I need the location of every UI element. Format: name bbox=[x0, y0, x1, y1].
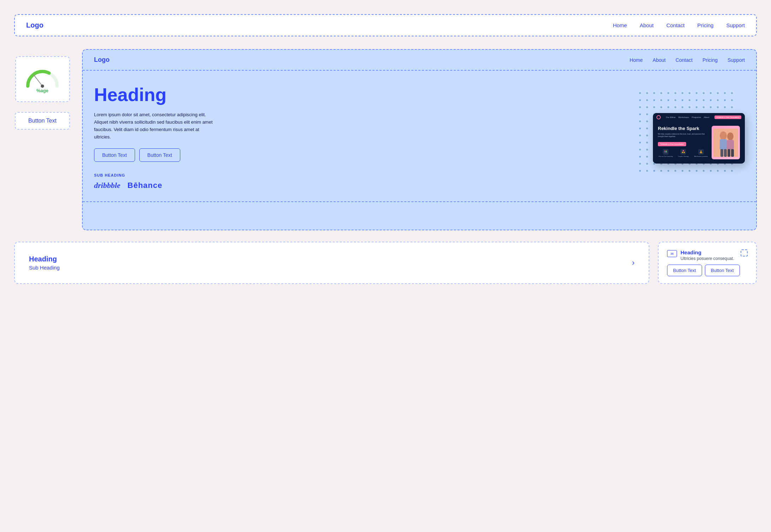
mockup-card-nav: Our Ethos Workshops Programs About Sched… bbox=[653, 113, 745, 122]
dot bbox=[660, 92, 662, 94]
gauge-container: %age bbox=[23, 65, 62, 93]
bottom-left-heading: Heading bbox=[29, 255, 60, 263]
feature-label-2: Couples Therapy bbox=[676, 155, 691, 158]
gauge-widget: %age bbox=[15, 56, 70, 102]
dot bbox=[639, 156, 641, 158]
standalone-button[interactable]: Button Text bbox=[15, 112, 70, 130]
dot bbox=[646, 142, 648, 143]
svg-point-5 bbox=[727, 132, 734, 140]
dot bbox=[731, 106, 733, 108]
dot bbox=[717, 106, 719, 108]
svg-point-1 bbox=[41, 84, 44, 88]
panel-nav-contact[interactable]: Contact bbox=[676, 57, 693, 63]
dot bbox=[653, 99, 655, 101]
main-content: %age Button Text Logo Home About Contact… bbox=[14, 49, 757, 230]
dot bbox=[639, 113, 641, 115]
gauge-svg bbox=[23, 65, 62, 89]
nav-support[interactable]: Support bbox=[726, 22, 745, 28]
dot bbox=[710, 92, 712, 94]
dot bbox=[703, 99, 705, 101]
dot bbox=[696, 99, 697, 101]
hero-logos: dribbble Bēhance bbox=[94, 181, 625, 190]
feature-label-3: Mindfulness practices bbox=[693, 155, 709, 158]
hero-heading: Heading bbox=[94, 85, 625, 105]
mockup-nav-item: About bbox=[704, 116, 709, 118]
panel-nav-pricing[interactable]: Pricing bbox=[702, 57, 718, 63]
dot bbox=[703, 170, 705, 172]
bottom-right-button-2[interactable]: Button Text bbox=[705, 265, 740, 276]
bottom-card-left: Heading Sub Heading › bbox=[14, 242, 649, 284]
dot bbox=[717, 170, 719, 172]
dot bbox=[717, 92, 719, 94]
hero-body: Lorem ipsum dolor sit amet, consectetur … bbox=[94, 111, 214, 141]
dot bbox=[689, 106, 690, 108]
hero-button-2[interactable]: Button Text bbox=[139, 148, 180, 162]
panel-navbar: Logo Home About Contact Pricing Support bbox=[83, 50, 756, 71]
dot bbox=[639, 163, 641, 165]
dot bbox=[653, 170, 655, 172]
top-nav: Home About Contact Pricing Support bbox=[613, 22, 745, 28]
couple-svg bbox=[713, 129, 738, 157]
feature-icon-1: 👫 bbox=[663, 149, 668, 155]
mockup-nav-links: Our Ethos Workshops Programs About bbox=[666, 116, 709, 118]
dot bbox=[682, 92, 683, 94]
mockup-hero-text: Rekindle the Spark We help couples redis… bbox=[658, 126, 709, 159]
bottom-right-button-1[interactable]: Button Text bbox=[667, 265, 702, 276]
dot bbox=[667, 170, 669, 172]
bottom-card-right: ✉ Heading Ultricies posuere consequat. B… bbox=[658, 242, 757, 284]
mockup-hero-image bbox=[712, 126, 740, 159]
left-column: %age Button Text bbox=[14, 49, 71, 130]
mockup-nav-item: Workshops bbox=[678, 116, 689, 118]
dot bbox=[667, 92, 669, 94]
svg-rect-8 bbox=[724, 149, 727, 157]
svg-rect-6 bbox=[727, 140, 734, 150]
feature-icon-2: 💑 bbox=[681, 149, 686, 155]
dot bbox=[710, 106, 712, 108]
hero-text: Heading Lorem ipsum dolor sit amet, cons… bbox=[94, 85, 625, 190]
mockup-hero-area: Rekindle the Spark We help couples redis… bbox=[653, 122, 745, 164]
dot bbox=[646, 163, 648, 165]
dot bbox=[646, 170, 648, 172]
dot bbox=[660, 106, 662, 108]
bottom-card-right-buttons: Button Text Button Text bbox=[667, 265, 748, 276]
dot bbox=[703, 92, 705, 94]
nav-contact[interactable]: Contact bbox=[666, 22, 685, 28]
dot bbox=[667, 106, 669, 108]
top-logo: Logo bbox=[26, 21, 43, 29]
dot bbox=[682, 99, 683, 101]
panel-nav-support[interactable]: Support bbox=[728, 57, 745, 63]
couple-image bbox=[713, 129, 738, 157]
chevron-right-icon[interactable]: › bbox=[632, 258, 635, 267]
dot bbox=[646, 99, 648, 101]
dot bbox=[646, 113, 648, 115]
dot bbox=[710, 170, 712, 172]
dribbble-logo: dribbble bbox=[94, 181, 121, 190]
panel-nav-home[interactable]: Home bbox=[630, 57, 643, 63]
dot bbox=[724, 99, 726, 101]
dot bbox=[731, 99, 733, 101]
hero-button-1[interactable]: Button Text bbox=[94, 148, 135, 162]
mockup-hero-subtitle: We help couples rediscover the love, tru… bbox=[658, 133, 709, 138]
feature-icon-3: 🧘 bbox=[698, 149, 704, 155]
mockup-nav-button: Schedule a Free Consultation bbox=[714, 116, 741, 119]
nav-pricing[interactable]: Pricing bbox=[697, 22, 714, 28]
nav-home[interactable]: Home bbox=[613, 22, 627, 28]
mockup-feature-2: 💑 Couples Therapy bbox=[676, 149, 691, 160]
dot bbox=[724, 106, 726, 108]
hero-mockup: Our Ethos Workshops Programs About Sched… bbox=[632, 85, 745, 179]
dot bbox=[696, 92, 697, 94]
bottom-card-left-text: Heading Sub Heading bbox=[29, 255, 60, 271]
panel-nav-about[interactable]: About bbox=[653, 57, 666, 63]
panel-bottom bbox=[83, 201, 756, 230]
dot bbox=[660, 170, 662, 172]
svg-rect-7 bbox=[720, 149, 723, 157]
hero-sub-heading: SUB HEADING bbox=[94, 173, 625, 177]
dot bbox=[646, 106, 648, 108]
dot bbox=[731, 170, 733, 172]
center-panel: Logo Home About Contact Pricing Support … bbox=[82, 49, 757, 230]
dot bbox=[639, 170, 641, 172]
dot bbox=[639, 106, 641, 108]
nav-about[interactable]: About bbox=[640, 22, 654, 28]
dot bbox=[646, 120, 648, 122]
panel-logo: Logo bbox=[94, 56, 110, 64]
